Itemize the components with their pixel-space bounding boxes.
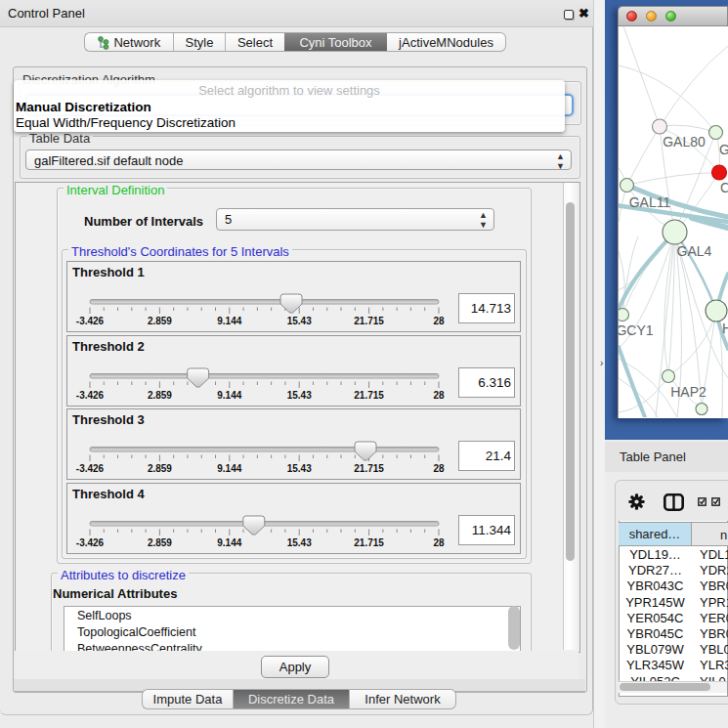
svg-text:9.144: 9.144 [217, 390, 241, 401]
svg-text:GAL11: GAL11 [629, 194, 671, 210]
svg-text:GAL4: GAL4 [677, 243, 712, 259]
svg-text:28: 28 [433, 390, 445, 401]
svg-text:2.859: 2.859 [148, 316, 172, 326]
svg-text:-3.426: -3.426 [76, 390, 105, 401]
svg-text:15.43: 15.43 [287, 463, 312, 474]
svg-text:2.859: 2.859 [148, 463, 172, 474]
svg-text:-3.426: -3.426 [76, 537, 105, 548]
svg-text:HAP2: HAP2 [670, 384, 707, 400]
svg-text:9.144: 9.144 [217, 316, 241, 326]
svg-text:-3.426: -3.426 [76, 463, 105, 474]
svg-text:28: 28 [433, 316, 445, 326]
svg-text:21.715: 21.715 [354, 537, 384, 548]
svg-text:9.144: 9.144 [217, 463, 241, 474]
svg-text:-3.426: -3.426 [76, 316, 105, 326]
svg-text:15.43: 15.43 [287, 316, 312, 326]
svg-text:15.43: 15.43 [287, 537, 312, 548]
svg-text:2.859: 2.859 [148, 390, 172, 401]
svg-text:21.715: 21.715 [354, 316, 384, 326]
svg-text:21.715: 21.715 [354, 390, 384, 401]
svg-text:9.144: 9.144 [217, 537, 241, 548]
svg-text:GAL80: GAL80 [663, 134, 706, 150]
svg-text:C: C [720, 180, 728, 195]
svg-text:21.715: 21.715 [354, 463, 384, 474]
svg-text:2.859: 2.859 [148, 537, 172, 548]
svg-text:H: H [722, 321, 728, 336]
svg-text:28: 28 [433, 537, 445, 548]
svg-text:15.43: 15.43 [287, 390, 312, 401]
svg-text:GA: GA [719, 142, 728, 157]
svg-text:GCY1: GCY1 [619, 322, 654, 338]
svg-text:28: 28 [433, 463, 445, 474]
